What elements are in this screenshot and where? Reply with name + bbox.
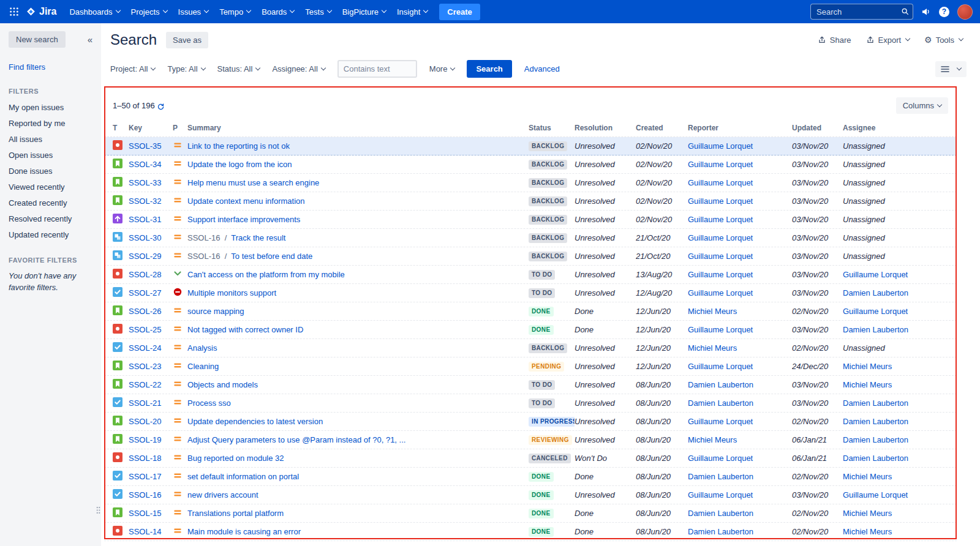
issue-summary-link[interactable]: Support interface improvements	[187, 215, 300, 224]
find-filters-link[interactable]: Find filters	[9, 62, 95, 72]
issue-key-link[interactable]: SSOL-15	[129, 509, 161, 518]
issue-summary-link[interactable]: Help menu must use a search engine	[187, 178, 319, 187]
table-row[interactable]: SSOL-31 Support interface improvements B…	[104, 211, 957, 229]
advanced-search-link[interactable]: Advanced	[524, 64, 560, 73]
issue-key-link[interactable]: SSOL-31	[129, 215, 161, 224]
table-row[interactable]: SSOL-30 SSOL-16 / Track the result BACKL…	[104, 229, 957, 247]
table-row[interactable]: SSOL-28 Can't access on the platform fro…	[104, 266, 957, 284]
table-row[interactable]: SSOL-22 Objects and models TO DO Unresol…	[104, 376, 957, 394]
table-row[interactable]: SSOL-34 Update the logo from the icon BA…	[104, 155, 957, 174]
table-row[interactable]: SSOL-29 SSOL-16 / To test before end dat…	[104, 247, 957, 266]
sidebar-item-reported-by-me[interactable]: Reported by me	[9, 119, 95, 128]
assignee-link[interactable]: Damien Lauberton	[843, 325, 908, 334]
column-header-summary[interactable]: Summary	[187, 124, 529, 132]
issue-summary-link[interactable]: Process sso	[187, 398, 231, 408]
table-row[interactable]: SSOL-32 Update context menu information …	[104, 192, 957, 211]
issue-summary-link[interactable]: Update the logo from the icon	[187, 160, 292, 169]
issue-key-link[interactable]: SSOL-14	[129, 527, 161, 536]
nav-menu-tests[interactable]: Tests	[300, 0, 336, 23]
user-avatar[interactable]	[957, 4, 973, 20]
issue-key-link[interactable]: SSOL-23	[129, 362, 161, 371]
filter-project-dropdown[interactable]: Project: All	[110, 64, 155, 73]
reporter-link[interactable]: Guillaume Lorquet	[688, 288, 753, 297]
reporter-link[interactable]: Guillaume Lorquet	[688, 141, 753, 151]
nav-menu-insight[interactable]: Insight	[391, 0, 433, 23]
issue-key-link[interactable]: SSOL-28	[129, 270, 161, 279]
issue-summary-link[interactable]: Multiple monitors support	[187, 288, 276, 297]
parent-issue-link[interactable]: SSOL-16	[187, 252, 220, 261]
reporter-link[interactable]: Guillaume Lorquet	[688, 454, 753, 463]
reporter-link[interactable]: Guillaume Lorquet	[688, 178, 753, 187]
sidebar-item-updated-recently[interactable]: Updated recently	[9, 230, 95, 239]
issue-summary-link[interactable]: Cleaning	[187, 362, 219, 371]
issue-key-link[interactable]: SSOL-26	[129, 307, 161, 316]
issue-summary-link[interactable]: Bug reported on module 32	[187, 454, 284, 463]
reporter-link[interactable]: Guillaume Lorquet	[688, 252, 753, 261]
issue-summary-link[interactable]: Not tagged with correct owner ID	[187, 325, 303, 334]
table-row[interactable]: SSOL-15 Translations portal platform DON…	[104, 504, 957, 523]
announcements-icon[interactable]	[921, 7, 931, 17]
reporter-link[interactable]: Michiel Meurs	[688, 307, 737, 316]
issue-key-link[interactable]: SSOL-20	[129, 417, 161, 426]
reporter-link[interactable]: Damien Lauberton	[688, 509, 753, 518]
global-search-input[interactable]	[810, 4, 913, 20]
reporter-link[interactable]: Guillaume Lorquet	[688, 215, 753, 224]
search-submit-button[interactable]: Search	[467, 60, 511, 78]
column-header-key[interactable]: Key	[129, 124, 173, 132]
filter-status-dropdown[interactable]: Status: All	[217, 64, 260, 73]
issue-key-link[interactable]: SSOL-30	[129, 233, 161, 242]
issue-summary-link[interactable]: Analysis	[187, 343, 217, 353]
tools-button[interactable]: ⚙︎ Tools	[921, 32, 967, 48]
column-header-status[interactable]: Status	[529, 124, 575, 132]
assignee-link[interactable]: Damien Lauberton	[843, 288, 908, 297]
table-row[interactable]: SSOL-21 Process sso TO DO Unresolved 08/…	[104, 394, 957, 413]
reporter-link[interactable]: Guillaume Lorquet	[688, 196, 753, 206]
issue-summary-link[interactable]: new drivers account	[187, 490, 258, 499]
sidebar-item-resolved-recently[interactable]: Resolved recently	[9, 214, 95, 223]
sidebar-item-open-issues[interactable]: Open issues	[9, 151, 95, 160]
sidebar-item-all-issues[interactable]: All issues	[9, 135, 95, 144]
column-header-updated[interactable]: Updated	[792, 124, 843, 132]
view-switcher-button[interactable]	[935, 61, 967, 77]
nav-menu-projects[interactable]: Projects	[126, 0, 173, 23]
column-header-resolution[interactable]: Resolution	[575, 124, 636, 132]
table-row[interactable]: SSOL-16 new drivers account DONE Unresol…	[104, 486, 957, 504]
reporter-link[interactable]: Guillaume Lorquet	[688, 270, 753, 279]
column-header-type[interactable]: T	[113, 124, 129, 132]
issue-key-link[interactable]: SSOL-35	[129, 141, 161, 151]
issue-summary-link[interactable]: Update dependencies to latest version	[187, 417, 323, 426]
reporter-link[interactable]: Michiel Meurs	[688, 343, 737, 353]
reporter-link[interactable]: Guillaume Lorquet	[688, 160, 753, 169]
table-row[interactable]: SSOL-33 Help menu must use a search engi…	[104, 174, 957, 192]
issue-key-link[interactable]: SSOL-32	[129, 196, 161, 206]
table-row[interactable]: SSOL-18 Bug reported on module 32 CANCEL…	[104, 449, 957, 468]
assignee-link[interactable]: Damien Lauberton	[843, 398, 908, 408]
reporter-link[interactable]: Guillaume Lorquet	[688, 325, 753, 334]
issue-key-link[interactable]: SSOL-17	[129, 472, 161, 481]
create-button[interactable]: Create	[439, 4, 480, 20]
nav-menu-bigpicture[interactable]: BigPicture	[337, 0, 391, 23]
assignee-link[interactable]: Michiel Meurs	[843, 509, 892, 518]
table-row[interactable]: SSOL-25 Not tagged with correct owner ID…	[104, 321, 957, 339]
parent-issue-link[interactable]: SSOL-16	[187, 233, 220, 242]
table-row[interactable]: SSOL-23 Cleaning PENDING Unresolved 12/J…	[104, 357, 957, 376]
issue-key-link[interactable]: SSOL-22	[129, 380, 161, 389]
reporter-link[interactable]: Damien Lauberton	[688, 380, 753, 389]
columns-button[interactable]: Columns	[896, 97, 948, 114]
reporter-link[interactable]: Michiel Meurs	[688, 435, 737, 444]
issue-key-link[interactable]: SSOL-16	[129, 490, 161, 499]
assignee-link[interactable]: Guillaume Lorquet	[843, 490, 908, 499]
issue-key-link[interactable]: SSOL-21	[129, 398, 161, 408]
assignee-link[interactable]: Michiel Meurs	[843, 527, 892, 536]
issue-key-link[interactable]: SSOL-24	[129, 343, 161, 353]
table-row[interactable]: SSOL-17 set default information on porta…	[104, 468, 957, 486]
sidebar-item-created-recently[interactable]: Created recently	[9, 198, 95, 208]
column-header-created[interactable]: Created	[636, 124, 688, 132]
issue-summary-link[interactable]: set default information on portal	[187, 472, 299, 481]
assignee-link[interactable]: Michiel Meurs	[843, 472, 892, 481]
assignee-link[interactable]: Guillaume Lorquet	[843, 270, 908, 279]
filter-assignee-dropdown[interactable]: Assignee: All	[272, 64, 325, 73]
table-row[interactable]: SSOL-20 Update dependencies to latest ve…	[104, 413, 957, 431]
reporter-link[interactable]: Guillaume Lorquet	[688, 417, 753, 426]
issue-summary-link[interactable]: Track the result	[231, 233, 285, 242]
